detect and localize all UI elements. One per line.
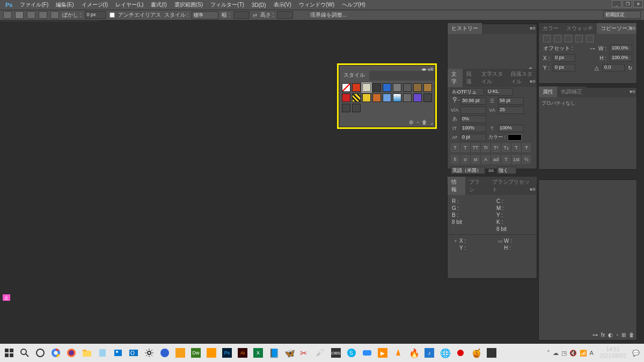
menu-type[interactable]: 書式(I) xyxy=(148,0,170,10)
app-icon-6[interactable]: 🍯 xyxy=(469,346,483,360)
type-style-btn-0[interactable]: T xyxy=(451,143,459,152)
opentype-btn-3[interactable]: A xyxy=(481,155,490,164)
clone-src-3[interactable] xyxy=(565,35,572,42)
tray-volume-icon[interactable]: 🔇 xyxy=(569,350,577,357)
music-icon[interactable]: ♪ xyxy=(422,346,436,360)
opentype-btn-2[interactable]: st xyxy=(471,155,480,164)
x-input[interactable]: 0 px xyxy=(553,54,575,62)
color-tab[interactable]: カラー xyxy=(539,23,562,34)
style-swatch-5[interactable] xyxy=(393,83,401,92)
style-select[interactable]: 標準 xyxy=(192,11,218,19)
opt-new-selection-icon[interactable] xyxy=(15,11,24,19)
style-swatch-17[interactable] xyxy=(423,93,432,102)
refine-edge-button[interactable]: 境界線を調整... xyxy=(310,11,347,19)
height-input[interactable] xyxy=(277,11,293,19)
photos-icon[interactable] xyxy=(111,346,125,360)
style-clear-icon[interactable]: ⊘ xyxy=(409,119,413,125)
window-maximize-button[interactable]: ❐ xyxy=(623,0,632,8)
globe-icon[interactable]: 🌐 xyxy=(438,346,452,360)
leading-input[interactable]: 56 pt xyxy=(498,97,524,105)
angle-input[interactable]: 0.0 xyxy=(602,64,625,71)
clone-src-5[interactable] xyxy=(586,35,594,42)
panel-collapse-icon[interactable]: ◂▸ xyxy=(421,66,427,70)
antialias-select[interactable]: 強く xyxy=(497,166,516,174)
feather-input[interactable]: 0 px xyxy=(85,11,106,19)
menu-file[interactable]: ファイル(F) xyxy=(17,0,52,10)
clone-src-1[interactable] xyxy=(543,35,551,42)
style-swatch-6[interactable] xyxy=(403,83,412,92)
obs-icon[interactable]: OBS xyxy=(329,346,343,360)
illustrator-icon[interactable]: Ai xyxy=(236,346,250,360)
style-swatch-12[interactable] xyxy=(372,93,381,102)
type-style-btn-7[interactable]: Ŧ xyxy=(522,143,531,152)
style-swatch-13[interactable] xyxy=(383,93,391,102)
skype-icon[interactable]: S xyxy=(345,346,358,360)
info-menu-icon[interactable]: ▾≡ xyxy=(530,186,536,192)
style-swatch-19[interactable] xyxy=(352,104,361,112)
style-swatch-7[interactable] xyxy=(413,83,422,92)
style-swatch-8[interactable] xyxy=(423,83,432,92)
style-new-icon[interactable]: ▫ xyxy=(416,119,419,125)
tray-chevron-icon[interactable]: ˄ xyxy=(547,350,550,357)
opentype-btn-6[interactable]: 1st xyxy=(512,155,521,164)
menu-image[interactable]: イメージ(I) xyxy=(78,0,111,10)
app-icon-3[interactable]: ✂ xyxy=(298,346,312,360)
menu-layer[interactable]: レイヤー(L) xyxy=(112,0,147,10)
photoshop-icon[interactable]: Ps xyxy=(220,346,234,360)
font-family-select[interactable]: A-OTFリュウ... xyxy=(451,88,484,96)
menu-3d[interactable]: 3D(D) xyxy=(248,1,269,9)
sublime-icon[interactable] xyxy=(204,346,218,360)
brush-tab[interactable]: ブラシ xyxy=(465,177,488,195)
opt-sub-selection-icon[interactable] xyxy=(39,11,47,19)
lyr-ico-6[interactable]: 🗑 xyxy=(629,332,634,338)
opentype-btn-0[interactable]: fi xyxy=(451,155,459,164)
color-menu-icon[interactable]: ▾≡ xyxy=(630,25,635,31)
style-swatch-9[interactable] xyxy=(342,93,350,102)
type-style-btn-5[interactable]: T₁ xyxy=(502,143,510,152)
notepad-icon[interactable] xyxy=(96,346,109,360)
opentype-btn-7[interactable]: ½ xyxy=(522,155,531,164)
app-icon-4[interactable]: 🖌 xyxy=(313,346,327,360)
firefox-icon[interactable] xyxy=(64,346,78,360)
hscale-input[interactable]: 100% xyxy=(498,125,524,132)
dreamweaver-icon[interactable]: Dw xyxy=(189,346,203,360)
vscale-input[interactable]: 100% xyxy=(460,125,486,132)
menu-filter[interactable]: フィルター(T) xyxy=(207,0,247,10)
scale-input[interactable]: 0% xyxy=(460,115,486,123)
tray-onedrive-icon[interactable]: ☁ xyxy=(553,350,559,357)
settings-icon[interactable] xyxy=(142,346,156,360)
outlook-icon[interactable]: O xyxy=(127,346,141,360)
search-icon[interactable] xyxy=(18,346,32,360)
style-swatch-11[interactable] xyxy=(362,93,371,102)
lyr-ico-3[interactable]: ◐ xyxy=(608,332,613,338)
w-input[interactable]: 100.0% xyxy=(610,45,632,52)
zoom-icon[interactable] xyxy=(360,346,374,360)
explorer-icon[interactable] xyxy=(80,346,94,360)
fontsize-input[interactable]: 30.96 pt xyxy=(460,97,486,105)
style-swatch-18[interactable] xyxy=(342,104,350,112)
app-icon-7[interactable] xyxy=(485,346,499,360)
style-swatch-1[interactable] xyxy=(352,83,361,92)
style-swatch-14[interactable] xyxy=(393,93,401,102)
history-tab[interactable]: ヒストリー xyxy=(448,23,482,34)
cortana-icon[interactable] xyxy=(33,346,47,360)
lyr-ico-1[interactable]: ⊶ xyxy=(592,332,598,338)
menu-select[interactable]: 選択範囲(S) xyxy=(171,0,206,10)
charstyle-tab[interactable]: 文字スタイル xyxy=(478,69,507,87)
style-swatch-10[interactable] xyxy=(352,93,361,102)
text-color-swatch[interactable] xyxy=(508,134,522,141)
tray-wifi-icon[interactable]: 📶 xyxy=(580,350,587,357)
panel-resize-icon[interactable]: ⌟ xyxy=(430,119,433,125)
antialias-checkbox[interactable] xyxy=(109,12,115,18)
props-tab[interactable]: 属性 xyxy=(539,86,557,97)
opentype-btn-5[interactable]: T xyxy=(502,155,510,164)
taskbar-clock[interactable]: 14:51 2021/08/02 xyxy=(596,346,630,359)
char-tab[interactable]: 文字 xyxy=(448,69,463,87)
history-menu-icon[interactable]: ▾≡ xyxy=(530,25,536,31)
media-icon[interactable]: ▶ xyxy=(376,346,390,360)
type-style-btn-3[interactable]: Tr xyxy=(481,143,490,152)
type-style-btn-2[interactable]: TT xyxy=(471,143,480,152)
style-swatch-0[interactable] xyxy=(342,83,350,92)
chrome-icon[interactable] xyxy=(49,346,63,360)
style-swatch-16[interactable] xyxy=(413,93,422,102)
